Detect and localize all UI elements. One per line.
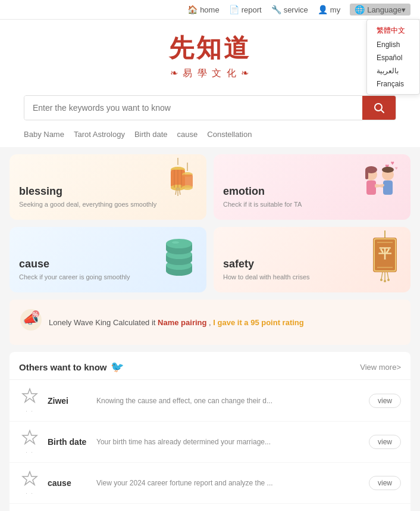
svg-point-34 <box>166 245 192 254</box>
birthdate-icon <box>21 429 38 448</box>
search-icon <box>373 102 385 114</box>
star-dots-1: · · <box>26 408 34 414</box>
main-content: blessing Seeking a good deal, everything… <box>0 147 420 511</box>
svg-point-36 <box>166 239 192 248</box>
svg-text:♥: ♥ <box>395 166 398 171</box>
card-safety-title: safety <box>223 258 401 270</box>
card-cause-title: cause <box>19 258 197 270</box>
banner-text: Lonely Wave King Calculated it Name pair… <box>49 318 401 327</box>
ziwei-desc: Knowing the cause and effect, one can ch… <box>96 397 362 405</box>
search-section <box>0 86 420 125</box>
svg-point-25 <box>382 167 394 173</box>
svg-line-1 <box>381 110 384 113</box>
list-item-icon-container: · · <box>19 429 40 455</box>
quick-link-baby-name[interactable]: Baby Name <box>24 130 64 139</box>
cause-icon <box>21 470 38 489</box>
list-item: · · Eight "Check your birth date, eight … <box>10 504 410 511</box>
quick-link-constellation[interactable]: Constellation <box>207 130 252 139</box>
svg-point-3 <box>171 167 185 173</box>
nav-home-label: home <box>200 5 220 14</box>
list-item-icon-container: · · <box>19 387 40 414</box>
lang-option-es[interactable]: Español <box>367 51 419 64</box>
view-more-button[interactable]: View more> <box>360 363 401 372</box>
home-icon: 🏠 <box>187 5 198 14</box>
my-icon: 👤 <box>318 5 328 14</box>
banner-icon: 📣 % <box>19 308 43 336</box>
list-item: · · cause View your 2024 career fortune … <box>10 463 410 504</box>
banner-comma: , <box>209 318 211 327</box>
lang-option-zh[interactable]: 繁體中文 <box>367 23 419 38</box>
list-item-icon-container: · · <box>19 470 40 496</box>
nav-service[interactable]: 🔧 service <box>271 5 308 14</box>
language-label: Language▾ <box>367 5 406 14</box>
nav-report-label: report <box>242 5 262 14</box>
card-blessing-desc: Seeking a good deal, everything goes smo… <box>19 200 197 209</box>
banner-prefix: Lonely Wave King Calculated it <box>49 318 155 327</box>
svg-point-24 <box>382 169 394 180</box>
birthdate-title: Birth date <box>48 437 89 447</box>
svg-point-19 <box>365 169 377 180</box>
cards-grid: blessing Seeking a good deal, everything… <box>10 154 410 292</box>
lang-option-en[interactable]: English <box>367 38 419 51</box>
quick-link-tarot[interactable]: Tarot Astrology <box>74 130 125 139</box>
lang-option-fr[interactable]: Français <box>367 77 419 91</box>
globe-icon: 🌐 <box>355 5 365 14</box>
quick-link-birthdate[interactable]: Birth date <box>134 130 168 139</box>
svg-marker-54 <box>23 389 37 402</box>
quick-links: Baby Name Tarot Astrology Birth date cau… <box>0 125 420 147</box>
svg-text:♥: ♥ <box>385 162 389 170</box>
birthdate-desc: Your birth time has already determined y… <box>96 438 362 446</box>
card-cause-desc: Check if your career is going smoothly <box>19 273 197 282</box>
report-icon: 📄 <box>229 5 239 14</box>
svg-point-13 <box>182 172 193 177</box>
card-cause[interactable]: cause Check if your career is going smoo… <box>10 227 206 292</box>
others-header: Others want to know 🐦 View more> <box>10 352 410 380</box>
others-section: Others want to know 🐦 View more> · · Ziw… <box>10 352 410 511</box>
language-dropdown: 繁體中文 English Español بالعربية Français <box>366 19 420 95</box>
svg-text:♥: ♥ <box>391 160 394 166</box>
cause-list-title: cause <box>48 478 89 488</box>
card-blessing-title: blessing <box>19 185 197 198</box>
ziwei-title: Ziwei <box>48 396 89 406</box>
banner-highlight: Name pairing <box>158 318 209 327</box>
star-dots-2: · · <box>26 449 34 455</box>
svg-point-0 <box>375 104 382 111</box>
search-bar <box>24 95 396 120</box>
others-title-text: Others want to know <box>19 362 107 372</box>
banner-rating: I gave it a 95 point rating <box>213 318 303 327</box>
nav-my-label: my <box>330 5 340 14</box>
svg-text:%: % <box>33 311 38 318</box>
others-title: Others want to know 🐦 <box>19 360 124 373</box>
search-input[interactable] <box>24 96 362 120</box>
site-title: 先知道 <box>6 32 414 65</box>
quick-link-cause[interactable]: cause <box>177 130 198 139</box>
list-item: · · Birth date Your birth time has alrea… <box>10 422 410 463</box>
card-emotion-title: emotion <box>223 185 401 198</box>
card-emotion-desc: Check if it is suitable for TA <box>223 200 401 209</box>
nav-home[interactable]: 🏠 home <box>187 5 220 14</box>
nav-report[interactable]: 📄 report <box>229 5 262 14</box>
ziwei-icon <box>21 387 38 407</box>
svg-rect-21 <box>365 170 368 179</box>
others-icon: 🐦 <box>111 360 124 373</box>
language-button[interactable]: 🌐 Language▾ <box>350 4 410 15</box>
search-button[interactable] <box>362 96 396 120</box>
card-emotion[interactable]: emotion Check if it is suitable for TA ♥… <box>214 154 410 220</box>
card-safety-desc: How to deal with health crises <box>223 273 401 282</box>
lang-option-ar[interactable]: بالعربية <box>367 64 419 77</box>
svg-marker-55 <box>23 431 37 444</box>
svg-marker-56 <box>23 472 37 485</box>
nav-my[interactable]: 👤 my <box>318 5 340 14</box>
site-subtitle: ❧ 易 學 文 化 ❧ <box>6 67 414 80</box>
svg-point-37 <box>172 241 179 244</box>
svg-point-20 <box>365 166 377 173</box>
cause-view-btn[interactable]: view <box>369 476 401 490</box>
service-icon: 🔧 <box>271 5 281 14</box>
cause-list-desc: View your 2024 career fortune report and… <box>96 479 362 487</box>
card-safety[interactable]: safety How to deal with health crises 平 <box>214 227 410 292</box>
birthdate-view-btn[interactable]: view <box>369 435 401 449</box>
nav-service-label: service <box>284 5 308 14</box>
nav-bar: 🏠 home 📄 report 🔧 service 👤 my 🌐 Languag… <box>0 0 420 20</box>
card-blessing[interactable]: blessing Seeking a good deal, everything… <box>10 154 206 220</box>
ziwei-view-btn[interactable]: view <box>369 394 401 408</box>
